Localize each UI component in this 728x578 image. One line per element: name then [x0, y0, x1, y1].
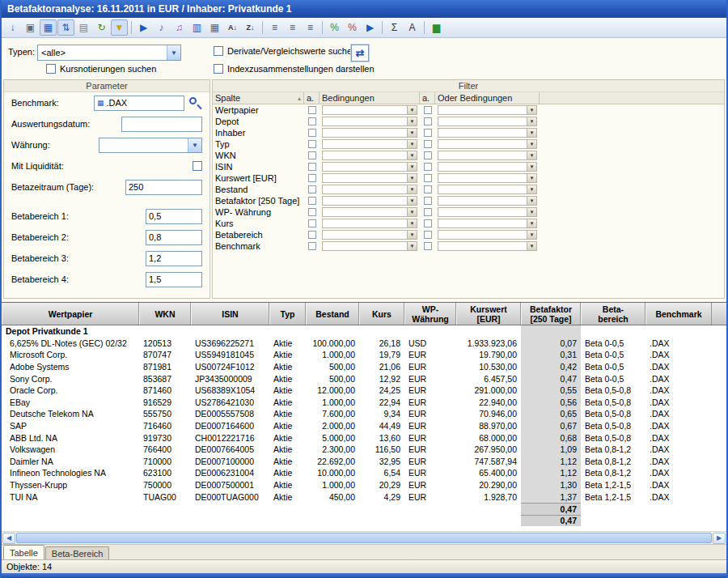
goto-row-icon[interactable]: ▶: [135, 19, 152, 36]
filter-or-condition-select[interactable]: ▼: [438, 151, 537, 160]
betazeitraum-input[interactable]: 250: [125, 180, 202, 195]
header-benchmark[interactable]: Benchmark: [645, 303, 712, 325]
chevron-down-icon[interactable]: ▼: [407, 129, 417, 137]
betabereich3-input[interactable]: 1,2: [146, 251, 202, 266]
chevron-down-icon[interactable]: ▼: [527, 163, 536, 171]
chevron-down-icon[interactable]: ▼: [407, 140, 417, 148]
typen-select[interactable]: <alle> ▼: [37, 45, 181, 61]
export-icon[interactable]: ↓: [4, 19, 21, 36]
filter-and-checkbox[interactable]: [308, 231, 316, 239]
chevron-down-icon[interactable]: ▼: [527, 117, 536, 125]
chevron-down-icon[interactable]: ▼: [407, 242, 417, 250]
table-row[interactable]: Infineon Technologies NA623100DE00062310…: [2, 467, 726, 479]
auswertungsdatum-input[interactable]: [121, 117, 202, 132]
header-kurs[interactable]: Kurs: [359, 303, 404, 325]
filter-or-condition-select[interactable]: ▼: [438, 128, 537, 138]
filter-and-checkbox[interactable]: [308, 174, 316, 182]
chevron-down-icon[interactable]: ▼: [527, 140, 536, 148]
filter-or-checkbox[interactable]: [424, 106, 432, 114]
chevron-down-icon[interactable]: ▼: [527, 231, 536, 239]
derivate-checkbox[interactable]: Derivate/Vergleichswerte suchen: [214, 46, 357, 56]
filter-and-checkbox[interactable]: [308, 163, 316, 171]
scroll-right-icon[interactable]: ▶: [713, 533, 726, 544]
percent-minus-icon[interactable]: %: [344, 19, 361, 36]
layout-icon[interactable]: ▤: [75, 19, 92, 36]
filter-condition-select[interactable]: ▼: [322, 230, 417, 240]
chevron-down-icon[interactable]: ▼: [527, 242, 536, 250]
header-wkn[interactable]: WKN: [139, 303, 191, 325]
analysis-grid-icon[interactable]: ▦: [40, 19, 57, 36]
grand-total-row[interactable]: 0,47: [2, 515, 726, 527]
transfer-icon[interactable]: ⇅: [57, 19, 74, 36]
filter-or-condition-select[interactable]: ▼: [438, 241, 537, 251]
filter-or-checkbox[interactable]: [424, 174, 432, 182]
filter-or-checkbox[interactable]: [424, 242, 432, 250]
group-row[interactable]: Depot Privatkunde 1: [2, 325, 726, 338]
align-right-icon[interactable]: ≡: [302, 19, 319, 36]
filter-or-condition-select[interactable]: ▼: [438, 230, 537, 240]
table-row[interactable]: Volkswagen766400DE0007664005Aktie2.300,0…: [2, 444, 726, 456]
filter-and-checkbox[interactable]: [308, 129, 316, 137]
table-row[interactable]: Oracle Corp.871460US68389X1054Aktie12.00…: [2, 385, 726, 397]
filter-condition-select[interactable]: ▼: [322, 105, 417, 115]
header-kurswert[interactable]: Kurswert [EUR]: [456, 303, 521, 325]
filter-and-checkbox[interactable]: [308, 117, 316, 125]
chevron-down-icon[interactable]: ▼: [527, 129, 536, 137]
table-row[interactable]: Deutsche Telekom NA555750DE0005557508Akt…: [2, 408, 726, 420]
index-checkbox[interactable]: Indexzusammenstellungen darstellen: [214, 64, 375, 74]
scrollbar-thumb[interactable]: [16, 533, 712, 543]
refresh-icon[interactable]: ↻: [93, 19, 110, 36]
header-beta-bereich[interactable]: Beta- bereich: [581, 303, 645, 325]
filter-and-checkbox[interactable]: [308, 140, 316, 148]
title-bar[interactable]: Betafaktoranalyse: 16.11.2011 in EUR / I…: [2, 0, 726, 18]
filter-and-checkbox[interactable]: [308, 106, 316, 114]
chevron-down-icon[interactable]: ▼: [407, 174, 417, 182]
filter-header-oder[interactable]: Oder Bedingungen: [435, 92, 540, 104]
filter-or-checkbox[interactable]: [424, 208, 432, 216]
chevron-down-icon[interactable]: ▼: [407, 151, 417, 159]
liquiditaet-checkbox[interactable]: [193, 161, 202, 171]
header-bestand[interactable]: Bestand: [306, 303, 359, 325]
shift-values-icon[interactable]: ▶: [362, 19, 379, 36]
waehrung-select[interactable]: ▼: [99, 138, 202, 153]
chevron-down-icon[interactable]: ▼: [407, 197, 417, 205]
note-icon[interactable]: ♫: [171, 19, 188, 36]
column-select-icon[interactable]: ▥: [188, 19, 205, 36]
chevron-down-icon[interactable]: ▼: [407, 208, 417, 216]
filter-header-spalte[interactable]: Spalte ▴: [213, 92, 304, 104]
table-icon[interactable]: ▦: [206, 19, 223, 36]
font-icon[interactable]: A: [404, 19, 421, 36]
filter-and-checkbox[interactable]: [308, 208, 316, 216]
table-row[interactable]: Thyssen-Krupp750000DE0007500001Aktie1.00…: [2, 479, 726, 491]
note-add-icon[interactable]: ♪: [153, 19, 170, 36]
header-wp-waehrung[interactable]: WP- Währung: [404, 303, 456, 325]
chevron-down-icon[interactable]: ▼: [407, 106, 417, 114]
filter-or-condition-select[interactable]: ▼: [438, 196, 537, 206]
filter-or-condition-select[interactable]: ▼: [438, 139, 537, 149]
filter-or-checkbox[interactable]: [424, 117, 432, 125]
filter-and-checkbox[interactable]: [308, 242, 316, 250]
chevron-down-icon[interactable]: ▼: [407, 163, 417, 171]
filter-or-checkbox[interactable]: [424, 129, 432, 137]
table-row[interactable]: Adobe Systems871981US00724F1012Aktie500,…: [2, 361, 726, 373]
chevron-down-icon[interactable]: ▼: [407, 219, 417, 227]
table-row[interactable]: EBay916529US2786421030Aktie1.000,0022,94…: [2, 397, 726, 409]
filter-icon[interactable]: ▼: [111, 19, 128, 36]
header-wertpapier[interactable]: Wertpapier: [2, 303, 139, 325]
benchmark-search-icon[interactable]: [188, 96, 202, 110]
table-row[interactable]: SAP716460DE0007164600Aktie2.000,0044,49E…: [2, 420, 726, 432]
chevron-down-icon[interactable]: ▼: [188, 138, 201, 152]
chevron-down-icon[interactable]: ▼: [527, 151, 536, 159]
align-center-icon[interactable]: ≡: [284, 19, 301, 36]
filter-condition-select[interactable]: ▼: [322, 207, 417, 217]
chevron-down-icon[interactable]: ▼: [527, 106, 536, 114]
table-row[interactable]: TUI NATUAG00DE000TUAG000Aktie450,004,29E…: [2, 491, 726, 503]
kursnotierungen-checkbox-box[interactable]: [46, 64, 56, 74]
horizontal-scrollbar[interactable]: ◀ ▶: [2, 531, 726, 544]
table-row[interactable]: Daimler NA710000DE0007100000Aktie22.692,…: [2, 456, 726, 468]
filter-or-checkbox[interactable]: [424, 231, 432, 239]
filter-header-bedingungen[interactable]: Bedingungen: [320, 92, 420, 104]
run-search-button[interactable]: ⇄: [351, 45, 369, 62]
table-row[interactable]: Sony Corp.853687JP3435000009Aktie500,001…: [2, 372, 726, 385]
chevron-down-icon[interactable]: ▼: [527, 219, 536, 227]
